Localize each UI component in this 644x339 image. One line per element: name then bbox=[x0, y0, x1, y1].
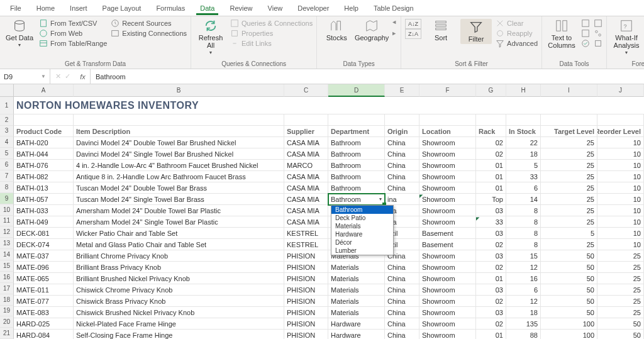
col-header[interactable]: H bbox=[506, 84, 541, 97]
cell[interactable]: Basement bbox=[419, 228, 476, 239]
cell[interactable]: Tuscan Model 24" Double Towel Bar Brass bbox=[74, 182, 284, 194]
cell[interactable]: 22 bbox=[506, 137, 541, 148]
cell[interactable]: MATE-096 bbox=[14, 262, 74, 273]
cell[interactable]: 33◤ bbox=[476, 216, 506, 228]
cell[interactable]: 25 bbox=[597, 250, 644, 262]
cell[interactable]: CASA MIA bbox=[284, 205, 328, 216]
cell[interactable]: 03 bbox=[476, 228, 506, 239]
dropdown-option[interactable]: Materials bbox=[331, 222, 393, 230]
cell[interactable]: 100 bbox=[541, 330, 597, 339]
cell[interactable]: Hardware bbox=[328, 318, 385, 330]
cell[interactable]: 10 bbox=[597, 171, 644, 182]
cell[interactable]: KESTREL bbox=[284, 239, 328, 250]
cell[interactable]: BATH-044 bbox=[14, 148, 74, 160]
cell[interactable]: BATH-020 bbox=[14, 137, 74, 148]
cell[interactable]: 10 bbox=[597, 228, 644, 239]
cell[interactable] bbox=[74, 114, 284, 126]
cell[interactable]: 01 bbox=[476, 182, 506, 194]
cell[interactable]: 50 bbox=[597, 330, 644, 339]
cell[interactable]: 02 bbox=[476, 318, 506, 330]
cell[interactable]: 02 bbox=[476, 239, 506, 250]
remove-dup-button[interactable] bbox=[581, 29, 590, 38]
row-header[interactable]: 19 bbox=[0, 306, 14, 317]
cell[interactable]: CASA MIA bbox=[284, 182, 328, 194]
tab-review[interactable]: Review bbox=[222, 2, 260, 14]
col-header[interactable]: G bbox=[476, 84, 506, 97]
cell[interactable]: 18 bbox=[506, 148, 541, 160]
cell[interactable]: Top bbox=[476, 194, 506, 205]
cell[interactable]: Chiswick Brushed Nickel Privacy Knob bbox=[74, 307, 284, 318]
name-box[interactable]: D9 ▼ bbox=[0, 69, 50, 84]
cell[interactable]: 25 bbox=[597, 296, 644, 307]
chevron-down-icon[interactable]: ▼ bbox=[41, 74, 46, 79]
sort-button[interactable]: Sort bbox=[425, 19, 457, 42]
fx-button[interactable]: fx bbox=[75, 69, 91, 84]
row-header[interactable]: 18 bbox=[0, 294, 14, 306]
row-header[interactable]: 15 bbox=[0, 260, 14, 272]
tab-home[interactable]: Home bbox=[29, 2, 62, 14]
cell[interactable]: Showroom bbox=[419, 216, 476, 228]
consolidate-button[interactable] bbox=[594, 19, 602, 28]
cell[interactable]: 10 bbox=[597, 205, 644, 216]
cell[interactable]: China bbox=[385, 262, 419, 273]
sort-az-button[interactable]: A↓Z bbox=[405, 19, 421, 29]
cell[interactable]: Item Description bbox=[74, 126, 284, 137]
filter-button[interactable]: Filter bbox=[460, 19, 492, 44]
cell[interactable]: Materials bbox=[328, 262, 385, 273]
cell[interactable]: 10 bbox=[597, 239, 644, 250]
stocks-button[interactable]: Stocks bbox=[321, 19, 352, 42]
cell[interactable]: 5 bbox=[506, 160, 541, 171]
cell[interactable]: MATE-083 bbox=[14, 307, 74, 318]
cell[interactable]: BATH-013 bbox=[14, 182, 74, 194]
cell[interactable]: Materials bbox=[328, 284, 385, 296]
cell[interactable] bbox=[597, 114, 644, 126]
cell[interactable]: HARD-084 bbox=[14, 330, 74, 339]
cell[interactable]: 25 bbox=[597, 273, 644, 284]
tab-developer[interactable]: Developer bbox=[290, 2, 336, 14]
cell[interactable]: Davinci Model 24" Double Towel Bar Brush… bbox=[74, 137, 284, 148]
cell[interactable]: Showroom bbox=[419, 296, 476, 307]
cell[interactable]: Department bbox=[328, 126, 385, 137]
select-all-corner[interactable] bbox=[0, 84, 14, 97]
cell[interactable]: Chiswick Brass Privacy Knob bbox=[74, 296, 284, 307]
cell[interactable]: Supplier bbox=[284, 126, 328, 137]
cell[interactable]: 4 in. 2-Handle Low-Arc 4" Bathroom Fauce… bbox=[74, 160, 284, 171]
cell[interactable]: 25 bbox=[597, 284, 644, 296]
row-header[interactable]: 9 bbox=[0, 193, 14, 204]
row-header[interactable]: 2 bbox=[0, 114, 14, 126]
queries-conn-button[interactable]: Queries & Connections bbox=[230, 19, 313, 28]
cell[interactable]: PHISION bbox=[284, 284, 328, 296]
tab-formulas[interactable]: Formulas bbox=[148, 2, 192, 14]
cell[interactable]: 25 bbox=[597, 307, 644, 318]
row-header[interactable]: 21 bbox=[0, 328, 14, 339]
recent-sources-button[interactable]: Recent Sources bbox=[111, 19, 187, 28]
cell[interactable]: PHISION bbox=[284, 296, 328, 307]
cell[interactable]: 25 bbox=[541, 205, 597, 216]
cell[interactable]: 01 bbox=[476, 160, 506, 171]
cell[interactable]: China bbox=[385, 330, 419, 339]
cell[interactable]: China bbox=[385, 296, 419, 307]
cell[interactable]: PHISION bbox=[284, 307, 328, 318]
col-header[interactable]: F bbox=[419, 84, 476, 97]
cell[interactable]: 50 bbox=[541, 262, 597, 273]
data-validation-button[interactable] bbox=[581, 39, 590, 48]
cell[interactable]: BATH-082 bbox=[14, 171, 74, 182]
cell[interactable]: Brilliant Brushed Nickel Privacy Knob bbox=[74, 273, 284, 284]
cell[interactable]: Antique 8 in. 2-Handle Low Arc Bathroom … bbox=[74, 171, 284, 182]
cell[interactable]: China bbox=[385, 148, 419, 160]
cell[interactable]: Materials bbox=[328, 307, 385, 318]
cell[interactable] bbox=[506, 114, 541, 126]
cell[interactable]: 10 bbox=[597, 182, 644, 194]
cell[interactable]: Basement bbox=[419, 239, 476, 250]
cell[interactable]: Amersham Model 24" Single Towel Bar Plas… bbox=[74, 216, 284, 228]
row-header[interactable]: 11 bbox=[0, 216, 14, 227]
col-header[interactable]: A bbox=[14, 84, 74, 97]
tab-insert[interactable]: Insert bbox=[62, 2, 95, 14]
cell[interactable]: ina bbox=[385, 194, 419, 205]
cell[interactable]: 10 bbox=[597, 160, 644, 171]
cell[interactable]: CASA MIA bbox=[284, 216, 328, 228]
cell[interactable]: Materials bbox=[328, 273, 385, 284]
row-header[interactable]: 14 bbox=[0, 249, 14, 260]
cell[interactable]: PHISION bbox=[284, 250, 328, 262]
cell[interactable]: 25 bbox=[541, 160, 597, 171]
